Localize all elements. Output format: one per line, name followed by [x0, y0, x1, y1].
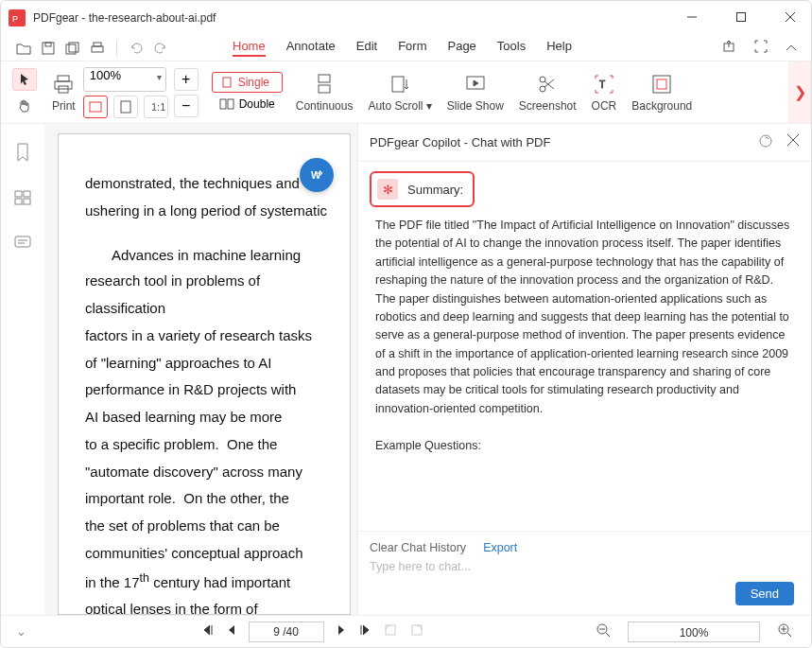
ocr-button[interactable]: T OCR: [584, 73, 625, 113]
view-double-button[interactable]: Double: [212, 95, 283, 114]
fit-width-button[interactable]: [83, 96, 108, 118]
pdf-page: demonstrated, the techniques andushering…: [58, 133, 351, 615]
svg-rect-32: [24, 191, 30, 197]
continuous-button[interactable]: Continuous: [288, 73, 361, 113]
svg-rect-29: [653, 76, 670, 93]
copilot-header: PDFgear Copilot - Chat with PDF: [358, 124, 811, 162]
svg-rect-34: [24, 199, 30, 204]
svg-rect-3: [737, 13, 746, 22]
svg-point-40: [760, 135, 771, 147]
print-button[interactable]: Print: [44, 73, 83, 113]
close-button[interactable]: [777, 9, 803, 26]
last-page-icon[interactable]: [358, 623, 371, 639]
copilot-refresh-icon[interactable]: [758, 133, 773, 151]
autoscroll-button[interactable]: Auto Scroll ▾: [360, 73, 439, 113]
rotate-right-icon[interactable]: [409, 622, 424, 640]
scissors-icon: [536, 73, 559, 96]
double-page-icon: [219, 98, 234, 110]
summary-header: ✻ Summary:: [370, 171, 475, 207]
zoom-out-icon[interactable]: [596, 622, 611, 640]
fullscreen-icon[interactable]: [754, 40, 768, 57]
quick-access-row: Home Annotate Edit Form Page Tools Help: [1, 35, 811, 61]
print-icon[interactable]: [88, 39, 107, 58]
chevron-down-icon: ▾: [157, 72, 162, 82]
first-page-icon[interactable]: [201, 623, 215, 639]
summary-icon: ✻: [377, 179, 398, 200]
minimize-button[interactable]: [679, 9, 705, 26]
svg-rect-22: [319, 75, 330, 82]
svg-rect-14: [55, 81, 72, 89]
slideshow-button[interactable]: Slide Show: [440, 73, 511, 113]
next-page-icon[interactable]: [336, 623, 347, 639]
tab-tools[interactable]: Tools: [497, 39, 526, 57]
undo-icon[interactable]: [127, 39, 146, 58]
left-sidebar: [1, 124, 44, 615]
prev-page-icon[interactable]: [226, 623, 237, 639]
copilot-title: PDFgear Copilot - Chat with PDF: [370, 135, 550, 149]
export-link[interactable]: Export: [483, 541, 517, 554]
copilot-panel: PDFgear Copilot - Chat with PDF ✻ Summar…: [357, 124, 811, 615]
zoom-level-input[interactable]: 100%: [628, 622, 760, 642]
svg-rect-7: [45, 43, 51, 46]
screenshot-button[interactable]: Screenshot: [511, 73, 584, 113]
zoom-combo[interactable]: 100% ▾: [83, 67, 166, 92]
tab-help[interactable]: Help: [546, 39, 572, 57]
print-label: Print: [52, 99, 76, 113]
zoom-out-button[interactable]: −: [174, 95, 199, 117]
zoom-in-button[interactable]: +: [174, 68, 199, 91]
maximize-button[interactable]: [728, 9, 754, 26]
share-icon[interactable]: [722, 40, 737, 57]
menu-tabs: Home Annotate Edit Form Page Tools Help: [233, 39, 572, 57]
hand-tool[interactable]: [12, 95, 37, 117]
tab-form[interactable]: Form: [398, 39, 426, 57]
clear-history-link[interactable]: Clear Chat History: [370, 541, 466, 554]
svg-rect-33: [15, 199, 22, 204]
redo-icon[interactable]: [151, 39, 170, 58]
tab-annotate[interactable]: Annotate: [286, 39, 336, 57]
collapse-ribbon-icon[interactable]: [785, 40, 798, 57]
fit-page-button[interactable]: [113, 96, 138, 118]
expand-sidebar-icon[interactable]: ⌄: [12, 624, 29, 639]
summary-label: Summary:: [407, 183, 463, 197]
print-icon: [52, 73, 75, 96]
page-number-input[interactable]: 9 /40: [249, 622, 324, 642]
bookmark-icon[interactable]: [9, 139, 36, 166]
svg-rect-23: [319, 85, 330, 93]
view-single-button[interactable]: Single: [212, 72, 283, 93]
svg-rect-10: [94, 43, 101, 46]
svg-rect-24: [392, 77, 404, 92]
save-icon[interactable]: [39, 39, 58, 58]
comments-icon[interactable]: [9, 230, 36, 256]
rotate-left-icon[interactable]: [383, 622, 398, 640]
tab-page[interactable]: Page: [447, 39, 475, 57]
svg-rect-6: [43, 43, 54, 54]
copilot-close-icon[interactable]: [786, 133, 800, 151]
select-arrow-tool[interactable]: [12, 68, 37, 91]
svg-text:T: T: [599, 79, 605, 90]
send-button[interactable]: Send: [735, 582, 794, 605]
example-questions-label: Example Questions:: [375, 437, 794, 455]
continuous-icon: [313, 73, 336, 96]
svg-rect-20: [220, 99, 226, 109]
svg-text:P: P: [12, 14, 18, 24]
document-viewport[interactable]: demonstrated, the techniques andushering…: [44, 124, 357, 615]
ribbon-toolbar: Print 100% ▾ 1:1 + − Single Double: [1, 61, 811, 124]
app-logo: P: [9, 9, 26, 26]
tab-home[interactable]: Home: [233, 39, 266, 57]
svg-rect-21: [228, 99, 233, 109]
svg-rect-16: [90, 102, 101, 112]
save-all-icon[interactable]: [63, 39, 82, 58]
open-icon[interactable]: [14, 39, 33, 58]
thumbnails-icon[interactable]: [9, 184, 36, 211]
export-word-icon[interactable]: W: [300, 158, 334, 192]
svg-line-47: [606, 633, 610, 637]
tab-edit[interactable]: Edit: [356, 39, 377, 57]
background-button[interactable]: Background: [624, 73, 700, 113]
title-bar: P PDFgear - the-research-about-ai.pdf: [1, 1, 811, 35]
single-page-icon: [220, 77, 233, 88]
zoom-in-icon[interactable]: [777, 622, 792, 640]
svg-text:1:1: 1:1: [151, 101, 165, 113]
actual-size-button[interactable]: 1:1: [144, 96, 168, 118]
svg-rect-11: [92, 46, 103, 52]
ribbon-scroll-right[interactable]: ❯: [788, 61, 811, 123]
